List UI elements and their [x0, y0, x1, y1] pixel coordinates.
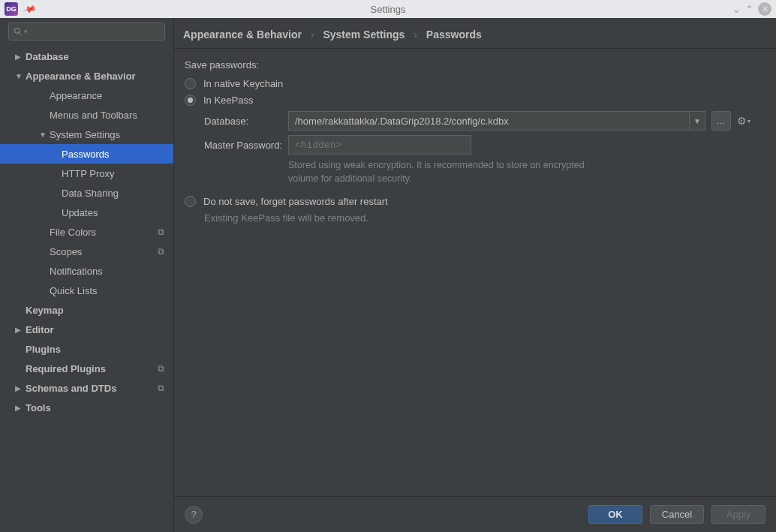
tree-item-passwords[interactable]: Passwords [0, 144, 173, 164]
copy-icon: ⧉ [158, 227, 164, 237]
tree-item-schemas-dtds[interactable]: ▶Schemas and DTDs⧉ [0, 378, 173, 398]
breadcrumb: Appearance & Behavior › System Settings … [174, 18, 776, 49]
breadcrumb-part[interactable]: System Settings [323, 29, 405, 41]
tree-item-http-proxy[interactable]: HTTP Proxy [0, 164, 173, 183]
radio-keepass[interactable]: In KeePass [185, 95, 765, 106]
tree-item-database[interactable]: ▶Database [0, 47, 173, 66]
close-icon[interactable]: ✕ [758, 2, 771, 16]
arrow-right-icon: ▶ [15, 326, 26, 334]
pin-icon[interactable]: 📌 [23, 2, 38, 17]
tree-item-keymap[interactable]: Keymap [0, 300, 173, 320]
do-not-save-note: Existing KeePass file will be removed. [204, 212, 765, 224]
breadcrumb-part[interactable]: Appearance & Behavior [183, 29, 302, 41]
tree-item-required-plugins[interactable]: Required Plugins⧉ [0, 359, 173, 378]
footer: ? OK Cancel Apply [174, 496, 776, 532]
search-input[interactable] [31, 26, 160, 37]
database-path-input[interactable] [288, 111, 689, 131]
copy-icon: ⧉ [158, 383, 164, 393]
apply-button[interactable]: Apply [711, 505, 765, 524]
tree-item-file-colors[interactable]: File Colors⧉ [0, 222, 173, 242]
tree-item-menus-toolbars[interactable]: Menus and Toolbars [0, 105, 173, 125]
tree-item-scopes[interactable]: Scopes⧉ [0, 242, 173, 261]
titlebar: 📌 Settings ⌄ ⌃ ✕ [0, 0, 776, 18]
main-panel: Appearance & Behavior › System Settings … [174, 18, 776, 532]
arrow-down-icon: ▼ [39, 131, 50, 139]
tree-item-plugins[interactable]: Plugins [0, 339, 173, 359]
radio-do-not-save[interactable]: Do not save, forget passwords after rest… [185, 196, 765, 207]
master-password-hint: Stored using weak encryption. It is reco… [288, 159, 611, 185]
svg-line-1 [20, 33, 22, 35]
radio-icon [185, 78, 196, 89]
svg-point-0 [15, 29, 20, 34]
database-label: Database: [204, 116, 288, 127]
help-button[interactable]: ? [185, 506, 203, 524]
tree-item-appearance-behavior[interactable]: ▼Appearance & Behavior [0, 66, 173, 86]
search-icon [14, 27, 23, 36]
cancel-button[interactable]: Cancel [650, 505, 704, 524]
caret-down-icon: ▾ [747, 118, 750, 125]
arrow-right-icon: ▶ [15, 53, 26, 61]
master-password-input[interactable] [288, 135, 471, 155]
chevron-right-icon: › [414, 29, 417, 41]
app-icon [5, 2, 18, 16]
caret-down-icon: ▾ [24, 28, 28, 35]
tree-item-system-settings[interactable]: ▼System Settings [0, 125, 173, 144]
tree-item-tools[interactable]: ▶Tools [0, 398, 173, 417]
sidebar: ▾ ▶Database ▼Appearance & Behavior Appea… [0, 18, 174, 532]
save-passwords-label: Save passwords: [185, 59, 765, 71]
arrow-right-icon: ▶ [15, 404, 26, 412]
radio-native-keychain[interactable]: In native Keychain [185, 78, 765, 89]
arrow-down-icon: ▼ [15, 72, 26, 80]
gear-button[interactable]: ⚙▾ [735, 111, 752, 131]
copy-icon: ⧉ [158, 246, 164, 257]
tree-item-updates[interactable]: Updates [0, 203, 173, 222]
radio-checked-icon [185, 95, 196, 106]
arrow-right-icon: ▶ [15, 384, 26, 392]
history-dropdown-button[interactable]: ▼ [689, 111, 705, 131]
browse-button[interactable]: … [711, 111, 731, 131]
tree-item-data-sharing[interactable]: Data Sharing [0, 183, 173, 203]
search-input-wrapper[interactable]: ▾ [8, 23, 165, 41]
radio-icon [185, 196, 196, 207]
master-password-label: Master Password: [204, 140, 288, 151]
chevron-right-icon: › [311, 29, 314, 41]
breadcrumb-part: Passwords [426, 29, 482, 41]
tree-item-editor[interactable]: ▶Editor [0, 320, 173, 339]
copy-icon: ⧉ [158, 363, 164, 374]
tree-item-quick-lists[interactable]: Quick Lists [0, 281, 173, 300]
ok-button[interactable]: OK [588, 505, 642, 524]
chevron-down-icon[interactable]: ⌄ [732, 4, 741, 15]
settings-tree: ▶Database ▼Appearance & Behavior Appeara… [0, 45, 173, 532]
chevron-up-icon[interactable]: ⌃ [745, 4, 753, 15]
tree-item-appearance[interactable]: Appearance [0, 86, 173, 105]
tree-item-notifications[interactable]: Notifications [0, 261, 173, 281]
gear-icon: ⚙ [737, 115, 747, 127]
window-title: Settings [0, 4, 776, 15]
